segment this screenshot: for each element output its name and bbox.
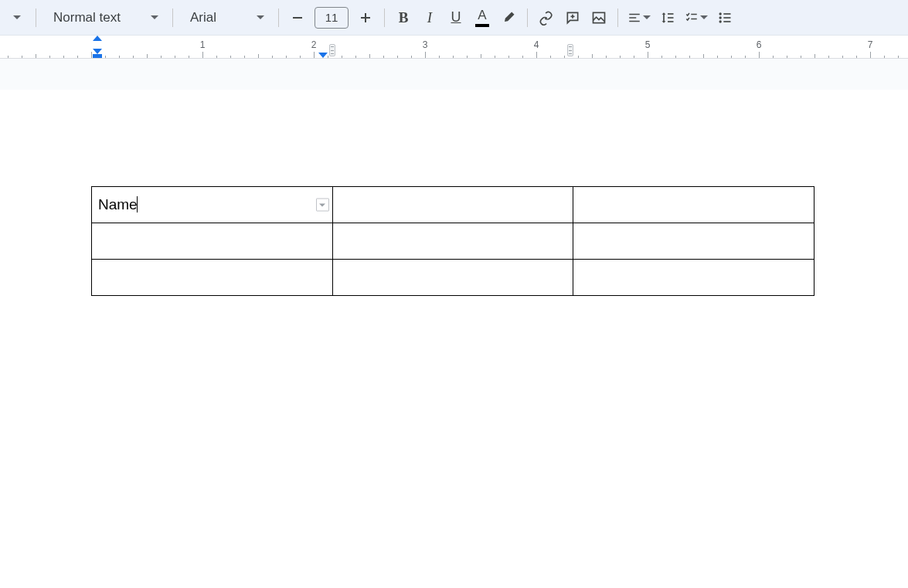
separator bbox=[617, 8, 618, 27]
table-row: Name bbox=[92, 187, 814, 223]
underline-icon: U bbox=[451, 9, 461, 25]
text-color-button[interactable]: A bbox=[470, 5, 495, 30]
paragraph-style-label: Normal text bbox=[53, 10, 121, 25]
table-cell[interactable] bbox=[92, 260, 333, 296]
line-spacing-button[interactable] bbox=[655, 5, 680, 30]
table-cell[interactable] bbox=[332, 187, 573, 223]
right-indent-marker[interactable] bbox=[318, 53, 328, 58]
chevron-down-icon bbox=[643, 15, 651, 19]
link-icon bbox=[539, 10, 554, 25]
separator bbox=[527, 8, 528, 27]
bulleted-list-icon bbox=[717, 10, 733, 25]
checklist-icon bbox=[685, 11, 699, 25]
font-family-label: Arial bbox=[190, 10, 216, 25]
paragraph-style-select[interactable]: Normal text bbox=[43, 5, 166, 30]
more-button[interactable] bbox=[5, 5, 29, 30]
decrease-font-size-button[interactable] bbox=[285, 5, 310, 30]
table-cell[interactable] bbox=[573, 223, 814, 260]
image-icon bbox=[591, 10, 607, 25]
ruler-number: 2 bbox=[311, 39, 317, 50]
table-cell[interactable]: Name bbox=[92, 187, 333, 223]
document-area: Name bbox=[0, 59, 908, 588]
comment-icon bbox=[565, 10, 580, 25]
svg-point-16 bbox=[719, 20, 722, 22]
table-cell[interactable] bbox=[92, 223, 333, 260]
ruler-number: 4 bbox=[534, 39, 539, 50]
page[interactable]: Name bbox=[0, 90, 908, 588]
horizontal-ruler[interactable]: 1234567 bbox=[0, 36, 908, 59]
table-cell[interactable] bbox=[332, 223, 573, 260]
chevron-down-icon bbox=[151, 15, 158, 19]
table-column-handle[interactable] bbox=[329, 44, 335, 56]
text-color-icon: A bbox=[478, 8, 486, 23]
first-line-indent-marker[interactable] bbox=[93, 36, 102, 41]
italic-button[interactable]: I bbox=[417, 5, 442, 30]
table-cell[interactable] bbox=[573, 187, 814, 223]
separator bbox=[384, 8, 385, 27]
table-row bbox=[92, 223, 814, 260]
increase-font-size-button[interactable] bbox=[353, 5, 378, 30]
separator bbox=[172, 8, 173, 27]
cell-text: Name bbox=[98, 196, 138, 212]
font-size-input[interactable]: 11 bbox=[315, 7, 349, 29]
ruler-number: 6 bbox=[757, 39, 762, 50]
align-button[interactable] bbox=[624, 5, 654, 30]
svg-point-15 bbox=[719, 16, 722, 19]
ruler-number: 3 bbox=[423, 39, 428, 50]
left-indent-marker[interactable] bbox=[93, 54, 102, 58]
underline-button[interactable]: U bbox=[444, 5, 468, 30]
bulleted-list-button[interactable] bbox=[712, 5, 737, 30]
document-table[interactable]: Name bbox=[91, 186, 814, 296]
table-row bbox=[92, 260, 814, 296]
text-color-swatch bbox=[475, 24, 489, 27]
font-family-select[interactable]: Arial bbox=[179, 5, 272, 30]
svg-rect-2 bbox=[365, 13, 366, 22]
insert-image-button[interactable] bbox=[587, 5, 611, 30]
table-cell[interactable] bbox=[332, 260, 573, 296]
highlighter-icon bbox=[501, 10, 516, 25]
ruler-number: 1 bbox=[200, 39, 206, 50]
text-cursor bbox=[137, 196, 138, 212]
checklist-button[interactable] bbox=[682, 5, 711, 30]
table-column-handle[interactable] bbox=[567, 44, 573, 56]
line-spacing-icon bbox=[660, 10, 675, 25]
add-comment-button[interactable] bbox=[560, 5, 585, 30]
separator bbox=[36, 8, 36, 27]
svg-rect-0 bbox=[293, 17, 302, 19]
table-cell[interactable] bbox=[573, 260, 814, 296]
ruler-number: 5 bbox=[645, 39, 651, 50]
cell-options-button[interactable] bbox=[316, 199, 329, 212]
align-icon bbox=[627, 11, 641, 25]
ruler-number: 7 bbox=[868, 39, 873, 50]
font-size-value: 11 bbox=[325, 11, 338, 24]
hanging-indent-marker[interactable] bbox=[93, 49, 102, 54]
insert-link-button[interactable] bbox=[534, 5, 559, 30]
separator bbox=[278, 8, 279, 27]
chevron-down-icon bbox=[700, 15, 708, 19]
svg-point-14 bbox=[719, 12, 722, 15]
bold-button[interactable]: B bbox=[391, 5, 416, 30]
chevron-down-icon bbox=[257, 15, 264, 19]
italic-icon: I bbox=[427, 9, 432, 26]
chevron-down-icon bbox=[319, 203, 325, 206]
toolbar: Normal text Arial 11 B I U A bbox=[0, 0, 908, 36]
bold-icon: B bbox=[399, 9, 409, 26]
highlight-color-button[interactable] bbox=[496, 5, 521, 30]
